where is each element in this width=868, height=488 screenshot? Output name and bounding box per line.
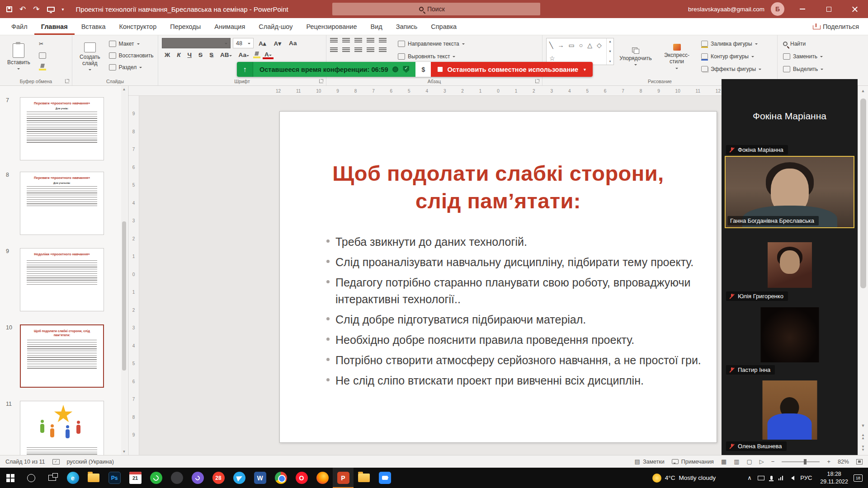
italic-button[interactable]: К — [174, 51, 183, 59]
font-name-combo[interactable] — [162, 38, 231, 48]
share-button[interactable]: Поделиться — [804, 18, 868, 35]
save-icon[interactable] — [6, 6, 12, 12]
taskbar-explorer-button[interactable] — [83, 468, 104, 488]
shape-effects-button[interactable]: Эффекты фигуры — [699, 63, 763, 75]
screen-share-arrow-icon[interactable]: ↑ — [237, 62, 253, 77]
previous-slide-icon[interactable]: ▲▲ — [858, 434, 868, 440]
taskbar-telegram-button[interactable] — [229, 468, 250, 488]
text-direction-button[interactable]: Направление текста — [396, 38, 481, 49]
payment-icon[interactable]: $ — [415, 62, 431, 77]
language-tray-indicator[interactable]: РУС — [800, 474, 812, 481]
taskbar-app-dark-button[interactable] — [166, 468, 187, 488]
slide-bullet-list[interactable]: Треба звикнути до даних технологій.Слід … — [323, 234, 708, 389]
taskbar-powerpoint-button[interactable]: P — [333, 468, 354, 488]
tab-record[interactable]: Запись — [389, 18, 425, 35]
slide-title[interactable]: Щоб подолати слабкі сторони, слід пам’ят… — [280, 160, 717, 215]
section-button[interactable]: Раздел — [107, 61, 156, 73]
taskbar-edge-button[interactable]: e — [62, 468, 83, 488]
zoom-slider[interactable] — [782, 461, 820, 462]
bullets-button[interactable] — [330, 38, 338, 44]
taskbar-word-button[interactable]: W — [250, 468, 270, 488]
taskbar-chrome-button[interactable] — [270, 468, 291, 488]
zoom-percentage[interactable]: 82% — [838, 459, 849, 465]
thumbnails-scrollbar[interactable]: ▲ ▼ — [121, 86, 127, 455]
font-dialog-launcher-icon[interactable] — [319, 79, 323, 83]
slide-8-thumbnail[interactable]: Переваги «проектного навчання» Для учите… — [20, 172, 104, 235]
security-shield-icon[interactable]: ✓ — [403, 66, 409, 73]
taskbar-viber-button[interactable] — [187, 468, 208, 488]
decrease-indent-button[interactable] — [354, 38, 362, 44]
quick-styles-button[interactable]: Экспресс-стили — [657, 38, 696, 75]
taskbar-mail-badge-button[interactable]: 28 — [208, 468, 229, 488]
format-painter-button[interactable] — [37, 61, 48, 73]
font-size-combo[interactable]: 48 — [233, 38, 254, 48]
align-text-button[interactable]: Выровнять текст — [396, 51, 481, 62]
shape-icon[interactable]: △ — [587, 42, 592, 48]
shape-icon[interactable]: ▭ — [568, 42, 574, 48]
reading-view-button[interactable]: ▢ — [746, 458, 752, 465]
clear-formatting-button[interactable]: Аа — [286, 39, 299, 47]
font-color-button[interactable]: А — [262, 51, 274, 59]
action-center-button[interactable]: 18 — [854, 474, 863, 482]
columns-button[interactable] — [379, 47, 387, 53]
language-indicator[interactable]: русский (Украина) — [67, 459, 114, 465]
align-left-button[interactable] — [330, 47, 338, 53]
hidden-icons-chevron-icon[interactable]: ∧ — [747, 474, 752, 481]
task-view-button[interactable] — [42, 468, 62, 488]
justify-button[interactable] — [367, 47, 374, 53]
slide-11-thumbnail[interactable] — [20, 401, 104, 455]
taskbar-photoshop-button[interactable]: Ps — [104, 468, 125, 488]
shape-outline-button[interactable]: Контур фигуры — [699, 51, 763, 62]
shrink-font-button[interactable]: А▾ — [271, 39, 284, 47]
normal-view-button[interactable]: ▦ — [721, 458, 726, 465]
start-button[interactable] — [0, 468, 21, 488]
tab-view[interactable]: Вид — [363, 18, 389, 35]
spellcheck-icon[interactable]: ✓ — [52, 459, 60, 465]
minimize-button[interactable] — [789, 0, 816, 18]
taskbar-whatsapp-button[interactable] — [146, 468, 166, 488]
redo-icon[interactable]: ↷ — [33, 5, 39, 13]
network-signal-icon[interactable] — [778, 476, 783, 480]
copy-button[interactable] — [37, 50, 48, 61]
tab-design[interactable]: Конструктор — [113, 18, 164, 35]
align-right-button[interactable] — [354, 47, 362, 53]
highlight-color-button[interactable] — [253, 52, 260, 58]
scrollbar-thumb[interactable] — [860, 99, 866, 288]
participant-video[interactable] — [760, 307, 819, 362]
clipboard-dialog-launcher-icon[interactable] — [65, 79, 69, 83]
search-box[interactable] — [332, 3, 540, 15]
numbering-button[interactable] — [342, 38, 350, 44]
taskbar-firefox-button[interactable] — [312, 468, 333, 488]
scroll-up-icon[interactable]: ▲ — [609, 40, 612, 43]
shape-icon[interactable]: ☆ — [549, 55, 555, 61]
volume-icon[interactable] — [789, 476, 794, 480]
participant-video[interactable] — [768, 242, 812, 288]
replace-button[interactable]: Заменить — [781, 51, 825, 62]
taskbar-zoom-button[interactable] — [374, 468, 395, 488]
grow-font-button[interactable]: А▴ — [256, 39, 269, 47]
change-case-button[interactable]: Аа — [236, 51, 252, 59]
shape-fill-button[interactable]: Заливка фигуры — [699, 38, 763, 49]
active-speaker-video[interactable]: Ганна Богданівна Бреславська — [725, 156, 854, 228]
fit-slide-button[interactable] — [856, 459, 863, 465]
zoom-slider-thumb[interactable] — [804, 459, 807, 465]
scroll-down-icon[interactable]: ▼ — [858, 423, 868, 428]
zoom-out-button[interactable]: − — [771, 458, 775, 465]
underline-button[interactable]: Ч — [185, 51, 195, 59]
tab-home[interactable]: Главная — [34, 18, 75, 35]
slide-9-thumbnail[interactable]: Недоліки «проектного навчання» — [20, 248, 104, 311]
tab-insert[interactable]: Вставка — [75, 18, 113, 35]
customize-qat-icon[interactable]: ▾ — [62, 7, 64, 12]
increase-indent-button[interactable] — [367, 38, 374, 44]
shape-icon[interactable]: ◇ — [597, 42, 602, 48]
reset-button[interactable]: Восстановить — [107, 50, 156, 61]
select-button[interactable]: Выделить — [781, 63, 825, 75]
shape-icon[interactable]: → — [557, 42, 564, 48]
taskbar-clock[interactable]: 18:28 29.11.2022 — [816, 470, 852, 485]
slide-10-thumbnail[interactable]: Щоб подолати слабкі сторони, слід пам’ят… — [20, 324, 104, 388]
undo-icon[interactable]: ↶ — [19, 5, 26, 13]
taskbar-calendar-button[interactable]: 21 — [125, 468, 146, 488]
character-spacing-button[interactable]: АВ — [217, 51, 235, 59]
text-shadow-button[interactable]: S — [207, 51, 216, 59]
tab-animations[interactable]: Анимация — [208, 18, 252, 35]
